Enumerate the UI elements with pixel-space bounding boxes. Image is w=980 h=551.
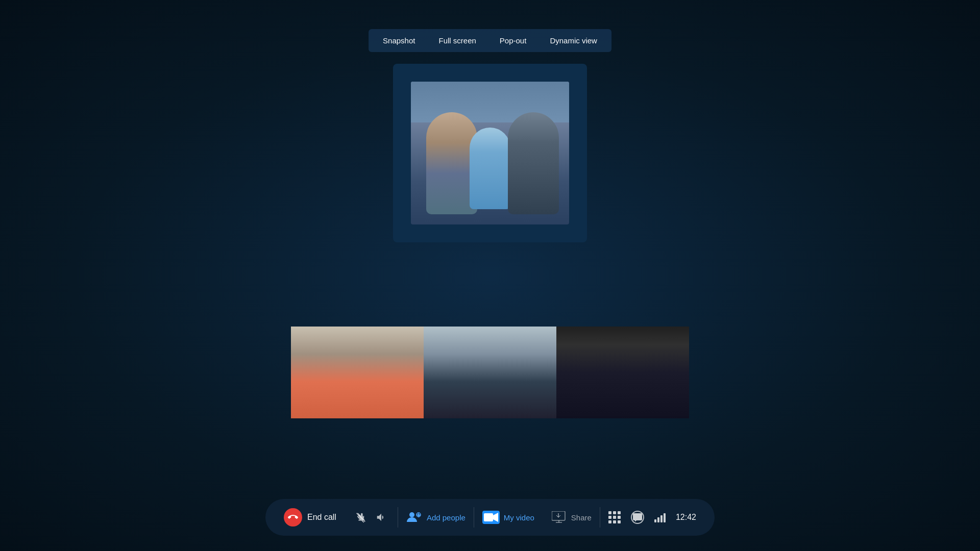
signal-bar-2 bbox=[657, 517, 659, 522]
signal-bar-3 bbox=[660, 515, 663, 522]
dynamic-view-button[interactable]: Dynamic view bbox=[538, 31, 608, 50]
add-people-icon: + bbox=[407, 511, 422, 524]
signal-bar-4 bbox=[664, 513, 666, 522]
dot bbox=[618, 516, 621, 519]
thumbnail-man[interactable] bbox=[556, 327, 689, 418]
share-section: Share bbox=[543, 509, 600, 525]
phone-end-icon bbox=[288, 512, 298, 522]
dot bbox=[608, 511, 611, 514]
svg-marker-11 bbox=[556, 513, 560, 517]
signal-strength-indicator bbox=[654, 512, 666, 522]
dot bbox=[608, 520, 611, 523]
dot bbox=[613, 511, 616, 514]
audio-controls-section bbox=[345, 509, 398, 525]
end-call-label: End call bbox=[307, 513, 336, 522]
thumbnail-man-scene bbox=[556, 327, 689, 418]
top-toolbar: Snapshot Full screen Pop-out Dynamic vie… bbox=[369, 29, 611, 52]
thumbnail-woman-scene bbox=[424, 327, 556, 418]
dot bbox=[618, 511, 621, 514]
snapshot-button[interactable]: Snapshot bbox=[372, 31, 426, 50]
add-people-label[interactable]: Add people bbox=[427, 513, 465, 522]
svg-rect-6 bbox=[484, 513, 493, 521]
thumbnail-woman[interactable] bbox=[424, 327, 556, 418]
my-video-icon-btn[interactable] bbox=[482, 511, 500, 524]
add-people-icon-btn[interactable]: + bbox=[406, 509, 423, 525]
mute-button[interactable] bbox=[353, 509, 369, 525]
signal-bar-1 bbox=[654, 519, 656, 522]
main-video-scene bbox=[411, 82, 569, 224]
chat-button[interactable] bbox=[631, 511, 644, 524]
fullscreen-button[interactable]: Full screen bbox=[427, 31, 487, 50]
dot bbox=[613, 516, 616, 519]
share-label[interactable]: Share bbox=[571, 513, 592, 522]
main-video-container bbox=[393, 64, 587, 242]
time-display: 12:42 bbox=[676, 513, 696, 522]
add-people-section: + Add people bbox=[398, 509, 474, 525]
mic-mute-icon bbox=[355, 512, 366, 523]
video-camera-icon bbox=[484, 512, 498, 522]
end-call-icon-button[interactable] bbox=[284, 508, 302, 527]
my-video-label[interactable]: My video bbox=[504, 513, 534, 522]
screen-share-icon bbox=[552, 511, 566, 523]
dot bbox=[618, 520, 621, 523]
svg-marker-7 bbox=[493, 513, 498, 522]
speaker-button[interactable] bbox=[373, 509, 389, 525]
speaker-icon bbox=[376, 512, 387, 523]
chat-bubble-icon bbox=[633, 513, 642, 521]
thumbnails-row bbox=[291, 327, 689, 418]
main-video-feed bbox=[411, 82, 569, 224]
call-bar: End call + bbox=[265, 499, 715, 536]
grid-apps-button[interactable] bbox=[608, 511, 621, 523]
thumbnail-girl-scene bbox=[291, 327, 424, 418]
thumbnail-girl[interactable] bbox=[291, 327, 424, 418]
popout-button[interactable]: Pop-out bbox=[488, 31, 538, 50]
share-icon-btn[interactable] bbox=[551, 509, 567, 525]
dot bbox=[613, 520, 616, 523]
dot bbox=[608, 516, 611, 519]
my-video-section: My video bbox=[474, 511, 543, 524]
svg-point-1 bbox=[409, 512, 414, 517]
end-call-section: End call bbox=[276, 508, 345, 527]
right-controls-section: 12:42 bbox=[600, 511, 704, 524]
